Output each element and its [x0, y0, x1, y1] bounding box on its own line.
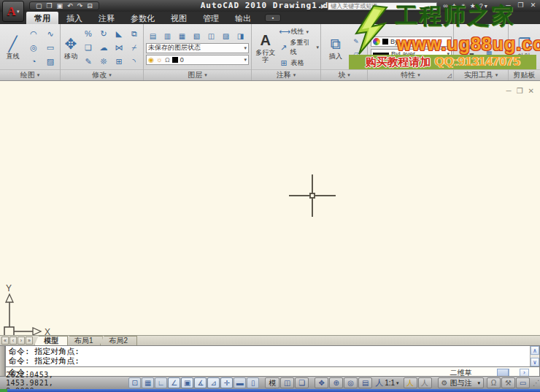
favorites-icon[interactable]: ★ [470, 2, 476, 10]
annotation-autoscale-button[interactable]: 人 [418, 377, 432, 388]
search-icon[interactable]: ∞ [443, 2, 447, 10]
workspace-switch-button[interactable]: ⚙ 二维草图与注释 ▾ [438, 377, 484, 388]
rectangle-icon[interactable]: ▭ [42, 41, 58, 54]
array-icon[interactable]: ⊞ [112, 55, 126, 68]
mtext-button[interactable]: A 多行文字 [253, 32, 278, 64]
arc-icon[interactable]: ◠ [26, 27, 42, 40]
doc-minimize-button[interactable]: ─ [506, 87, 512, 95]
model-space-button[interactable]: 模型 [265, 377, 279, 388]
new-icon[interactable]: ▢ [36, 2, 42, 9]
layer-freeze-icon[interactable]: ◫ [204, 31, 218, 42]
scroll-up-icon[interactable]: ∧ [531, 346, 539, 355]
table-item[interactable]: ⊞ 表格 [279, 58, 319, 68]
command-scrollbar[interactable]: ∧ ∨ [530, 346, 539, 366]
layer-isolate-icon[interactable]: ▧ [190, 31, 204, 42]
panel-label-utilities[interactable]: 实用工具 ▾ [454, 69, 508, 80]
scale-icon[interactable]: ❏ [81, 41, 96, 54]
break-icon[interactable]: ⌿ [127, 41, 142, 54]
multileader-item[interactable]: ↗ 多重引线 ▾ [279, 38, 319, 57]
scroll-down-icon[interactable]: ∨ [531, 358, 539, 366]
resize-grip-icon[interactable]: ⋰ [533, 379, 540, 387]
communication-icon[interactable]: ✴ [460, 2, 466, 10]
trim-icon[interactable]: ◣ [112, 27, 126, 40]
hatch-icon[interactable]: ▨ [42, 55, 58, 68]
rotate-icon[interactable]: ↻ [96, 27, 111, 40]
grid-toggle[interactable]: ▦ [142, 377, 154, 388]
doc-close-button[interactable]: ✕ [528, 87, 534, 95]
restore-button[interactable]: ❐ [516, 1, 525, 9]
open-icon[interactable]: ❐ [47, 2, 53, 9]
infocenter-search-input[interactable] [328, 2, 437, 10]
ribbon-tab[interactable]: 输出 [227, 12, 259, 24]
subscription-icon[interactable]: ✦ [452, 2, 458, 10]
circle-icon[interactable]: ◎ [26, 41, 42, 54]
redo-icon[interactable]: ↷ [77, 2, 83, 9]
measure-button[interactable]: ⊾ 测量 [455, 36, 482, 60]
panel-label-block[interactable]: 块 ▾ [321, 69, 367, 80]
command-history[interactable]: 命令: 指定对角点: 命令: 指定对角点: ∧ ∨ [5, 346, 540, 367]
minimize-button[interactable]: ─ [504, 1, 513, 9]
annotation-scale-button[interactable]: 人 1:1 ▾ [372, 377, 401, 388]
application-menu-button[interactable]: A ▾ [2, 1, 24, 22]
next-tab-button[interactable]: › [18, 337, 25, 345]
layer-lock-icon[interactable]: ◨ [234, 31, 247, 42]
paste-button[interactable]: ❐ 粘贴 [512, 36, 538, 60]
layout-tab[interactable]: 模型 [34, 336, 68, 345]
explode-icon[interactable]: ❊ [96, 55, 111, 68]
quick-select-icon[interactable]: ◎ [483, 36, 495, 47]
prev-tab-button[interactable]: ‹ [9, 337, 17, 345]
first-tab-button[interactable]: « [1, 337, 9, 345]
fillet-icon[interactable]: ◝ [127, 55, 142, 68]
lwt-toggle[interactable]: ▬ [234, 377, 246, 388]
ribbon-tab[interactable]: 参数化 [123, 12, 163, 24]
help-icon[interactable]: ? [479, 2, 483, 10]
ortho-toggle[interactable]: ∟ [155, 377, 167, 388]
layer-state-dropdown[interactable]: 未保存的图层状态 ▾ [146, 43, 249, 53]
last-tab-button[interactable]: » [26, 337, 33, 345]
layer-dropdown[interactable]: ◉ ☼ Ω 0 ▾ [146, 55, 249, 65]
ribbon-tab[interactable]: 插入 [58, 12, 90, 24]
drawing-canvas[interactable]: ─ ❐ ✕ Y X [0, 80, 540, 335]
ellipse-icon[interactable]: ◔ [26, 55, 42, 68]
layer-off-icon[interactable]: ▨ [219, 31, 233, 42]
ribbon-tab[interactable]: 管理 [195, 12, 227, 24]
undo-icon[interactable]: ↶ [67, 2, 73, 9]
stretch-icon[interactable]: ☁ [96, 41, 111, 54]
quick-calc-icon[interactable]: ▦ [483, 48, 495, 58]
dialog-launcher-icon[interactable]: ◿ [447, 72, 452, 79]
save-icon[interactable]: ▣ [57, 2, 63, 9]
pan-button[interactable]: ✥ [315, 377, 328, 388]
layer-prev-icon[interactable]: ▦ [175, 31, 189, 42]
layer-properties-icon[interactable]: ▤ [146, 31, 160, 42]
showmotion-button[interactable]: ▤ [358, 377, 372, 388]
ducs-toggle[interactable]: ⊿ [207, 377, 220, 388]
lineweight-dropdown[interactable]: ByLayer ▾ [371, 49, 452, 59]
linear-dimension-item[interactable]: ⟷ 线性 ▾ [279, 27, 319, 36]
ribbon-minimize-button[interactable]: ▪ [265, 14, 281, 22]
polar-toggle[interactable]: ∠ [168, 377, 180, 388]
zoom-button[interactable]: ⊕ [329, 377, 343, 388]
layout-tab[interactable]: 布局1 [65, 336, 103, 345]
panel-label-draw[interactable]: 绘图 ▾ [0, 69, 60, 80]
quickview-layouts-button[interactable]: ◫ [280, 377, 294, 388]
object-color-dropdown[interactable]: ByLayer ▾ [371, 36, 452, 47]
ribbon-tab[interactable]: 常用 [26, 12, 58, 24]
qp-toggle[interactable]: ▯ [247, 377, 259, 388]
otrack-toggle[interactable]: ∡ [194, 377, 207, 388]
move-button[interactable]: ✥ 移动 [62, 36, 80, 60]
annotation-visibility-button[interactable]: 人 [404, 377, 417, 388]
layout-tab[interactable]: 布局2 [100, 336, 138, 345]
block-attribute-icon[interactable]: ▱ [350, 48, 362, 58]
ribbon-tab[interactable]: 注释 [90, 12, 123, 24]
help-caret-icon[interactable]: ▾ [485, 3, 487, 9]
toolbar-lock-button[interactable]: Ω [487, 377, 501, 388]
copy-icon[interactable]: % [81, 27, 96, 40]
quickview-drawings-button[interactable]: ❏ [295, 377, 309, 388]
erase-icon[interactable]: ✎ [81, 55, 96, 68]
osnap-toggle[interactable]: ▣ [181, 377, 193, 388]
steeringwheel-button[interactable]: ◎ [344, 377, 358, 388]
stack-icon[interactable]: ⧉ [127, 27, 142, 40]
mirror-icon[interactable]: ⋈ [112, 41, 126, 54]
doc-restore-button[interactable]: ❐ [517, 87, 523, 95]
block-edit-icon[interactable]: ✎ [350, 36, 362, 47]
